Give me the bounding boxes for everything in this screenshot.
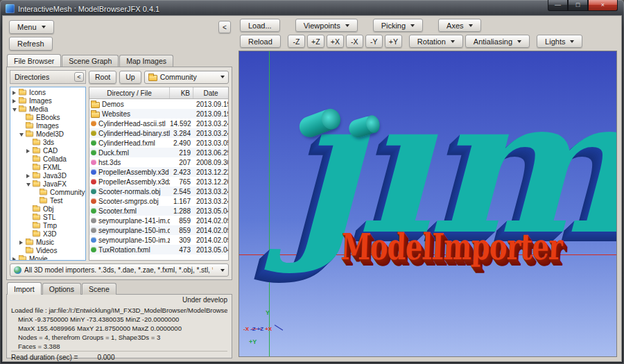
file-kb-cell: 1.167 [170, 198, 193, 205]
load-button[interactable]: Load... [240, 19, 280, 32]
column-header-name[interactable]: Directory / File [89, 87, 170, 98]
tree-item-label: CAD [43, 147, 58, 155]
tree-item[interactable]: Icons [10, 88, 85, 96]
tree-expand-icon[interactable] [26, 172, 32, 180]
tab-import[interactable]: Import [7, 282, 42, 295]
picking-menu-button[interactable]: Picking [373, 19, 423, 32]
tree-expand-icon[interactable] [12, 89, 18, 96]
close-button[interactable]: × [588, 0, 618, 11]
file-kb-cell: 14.592 [170, 120, 193, 128]
tree-item[interactable]: 3ds [10, 138, 85, 146]
antialiasing-menu-button[interactable]: Antialiasing [465, 35, 530, 48]
up-button[interactable]: Up [119, 71, 141, 84]
tree-item[interactable]: Videos [10, 246, 85, 254]
tree-expand-icon[interactable] [12, 97, 18, 105]
tab-scene[interactable]: Scene [82, 283, 116, 295]
tab-options[interactable]: Options [42, 283, 81, 295]
table-row[interactable]: PropellerAssembly.x3d2.4232013.12.22 [89, 167, 228, 177]
tree-item[interactable]: Test [10, 196, 85, 205]
table-row[interactable]: TuxRotation.fxml4732013.05.04 [89, 245, 228, 254]
minimize-button[interactable]: — [548, 0, 568, 11]
file-name: CylinderHead-ascii.stl [98, 120, 166, 128]
viewer-toolbar-row1: Load... Viewpoints Picking Axes [240, 19, 621, 32]
viewport-3d[interactable]: ȷım ModelImporter Y -X -Z +Z +X +Y [239, 51, 617, 357]
tree-item[interactable]: Tmp [10, 221, 85, 229]
column-header-date[interactable]: Date [193, 87, 228, 98]
table-row[interactable]: Scooter.fxml1.2882013.05.04 [89, 206, 228, 216]
file-date-cell: 2013.03.05 [193, 139, 228, 147]
tab-file-browser[interactable]: File Browser [7, 54, 61, 67]
tree-item[interactable]: Community [10, 188, 85, 196]
dropdown-arrow-icon [42, 26, 46, 28]
tree-item[interactable]: Images [10, 121, 85, 130]
window-controls: — □ × [548, 0, 618, 11]
collapse-left-panel-button[interactable]: < [218, 21, 231, 33]
tree-item[interactable]: Music [10, 238, 85, 246]
read-duration-value: 0.000 [97, 354, 114, 361]
menu-button[interactable]: Menu [9, 20, 54, 34]
table-row[interactable]: Duck.fxml2192013.06.29 [89, 148, 228, 157]
reload-button[interactable]: Reload [240, 35, 281, 48]
viewpoints-menu-button[interactable]: Viewpoints [295, 19, 358, 32]
table-row[interactable]: seymourplane-150-im.dae8592014.02.09 [89, 225, 228, 235]
view-minus-x-button[interactable]: -X [346, 35, 363, 48]
tab-scene-graph[interactable]: Scene Graph [62, 55, 119, 67]
tree-expand-icon[interactable] [19, 239, 25, 246]
collapse-directories-button[interactable]: < [74, 72, 84, 82]
tree-item[interactable]: Obj [10, 205, 85, 213]
tree-item[interactable]: Model3D [10, 130, 85, 138]
folder-combo[interactable]: Community [144, 71, 229, 84]
tree-item[interactable]: Collada [10, 155, 85, 163]
tree-item-label: Obj [43, 205, 54, 213]
tree-item[interactable]: STL [10, 213, 85, 221]
refresh-button[interactable]: Refresh [9, 37, 53, 51]
tree-item[interactable]: Movie [10, 254, 85, 261]
tree-item[interactable]: Java3D [10, 171, 85, 180]
file-date-cell: 2008.09.30 [193, 159, 228, 166]
view-plus-y-button[interactable]: +Y [385, 35, 402, 48]
tree-item[interactable]: CAD [10, 146, 85, 155]
table-row[interactable]: Websites2013.09.19 [89, 109, 228, 119]
file-name-cell: seymourplane-150-im.dae [89, 227, 170, 234]
importer-filter-combo[interactable]: All 3D model importers. *.3ds, *.dae, *.… [10, 263, 229, 277]
lights-menu-button[interactable]: Lights [537, 35, 582, 48]
tree-item[interactable]: X3D [10, 229, 85, 238]
tree-item[interactable]: Media [10, 105, 85, 113]
tree-collapse-icon[interactable] [12, 105, 18, 113]
table-row[interactable]: PropellerAssembly.x3dz7652013.12.26 [89, 177, 228, 187]
view-plus-x-button[interactable]: +X [327, 35, 344, 48]
tree-expand-icon[interactable] [26, 147, 32, 155]
root-button[interactable]: Root [89, 71, 116, 84]
gizmo-plus-y-label: +Y [249, 338, 257, 345]
file-table-body: Demos2013.09.19Websites2013.09.19Cylinde… [89, 99, 228, 260]
table-row[interactable]: CylinderHead.fxml2.4902013.03.05 [89, 138, 228, 148]
table-row[interactable]: seymourplane-141-im.dae8592014.02.09 [89, 216, 228, 225]
table-row[interactable]: Scooter-normals.obj2.5452013.03.24 [89, 187, 228, 196]
file-type-icon [91, 121, 96, 126]
view-minus-z-button[interactable]: -Z [288, 35, 305, 48]
view-plus-z-button[interactable]: +Z [307, 35, 324, 48]
tree-item[interactable]: Images [10, 96, 85, 105]
axes-menu-button[interactable]: Axes [438, 19, 480, 32]
tree-collapse-icon[interactable] [19, 130, 25, 138]
tree-item[interactable]: JavaFX [10, 180, 85, 188]
table-row[interactable]: Scooter-smgrps.obj1.1672013.03.24 [89, 196, 228, 206]
tree-item[interactable]: EBooks [10, 113, 85, 121]
table-row[interactable]: CylinderHead-binary.stl3.2842013.03.24 [89, 128, 228, 138]
rotation-menu-button[interactable]: Rotation [409, 35, 463, 48]
file-type-icon [91, 169, 96, 175]
folder-icon [26, 114, 33, 120]
tree-expand-icon[interactable] [12, 255, 18, 261]
table-row[interactable]: CylinderHead-ascii.stl14.5922013.03.24 [89, 119, 228, 128]
maximize-button[interactable]: □ [568, 0, 588, 11]
column-header-kb[interactable]: KB [170, 87, 193, 98]
table-row[interactable]: seymourplane-150-im.zae3092014.02.09 [89, 235, 228, 245]
table-row[interactable]: hst.3ds2072008.09.30 [89, 157, 228, 167]
tab-map-images[interactable]: Map Images [119, 55, 173, 67]
titlebar[interactable]: InteractiveMesh : ModelBrowserJFX 0.4.1 … [2, 2, 622, 15]
table-row[interactable]: Demos2013.09.19 [89, 99, 228, 109]
view-minus-y-button[interactable]: -Y [365, 35, 383, 48]
tree-item[interactable]: FXML [10, 163, 85, 171]
tree-collapse-icon[interactable] [26, 180, 32, 188]
log-nodes: Nodes = 4, therefrom Groups = 1, Shape3D… [11, 333, 227, 342]
